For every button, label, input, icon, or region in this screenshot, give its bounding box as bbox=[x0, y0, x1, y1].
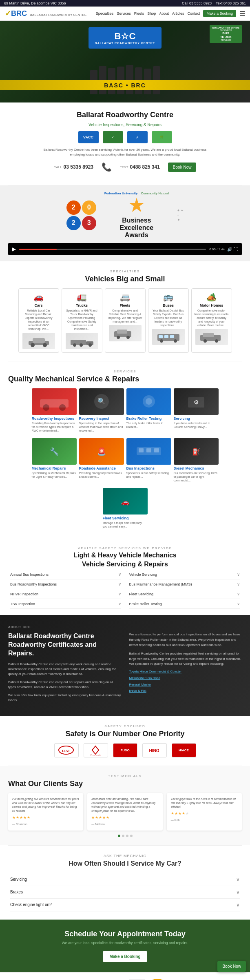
federation-text: Federation University bbox=[104, 192, 138, 195]
service-item-nhvr[interactable]: NHVR Inspection ∨ bbox=[10, 589, 121, 599]
service-item-annual-bus[interactable]: Annual Bus Inspections ∨ bbox=[10, 570, 121, 579]
safety-title: Safety is Our Number One Priority bbox=[8, 730, 242, 738]
dot-4[interactable] bbox=[130, 835, 133, 837]
brand-logos-row: FIAT Renault FUSO HINO HIACE bbox=[8, 743, 242, 757]
book-now-button[interactable]: Book Now bbox=[168, 163, 197, 172]
svg-point-8 bbox=[80, 343, 83, 347]
svg-rect-5 bbox=[71, 340, 86, 345]
community-text: Community Natural bbox=[141, 192, 169, 195]
nav-about[interactable]: About bbox=[159, 11, 169, 16]
floating-book-button[interactable]: Book Now bbox=[217, 961, 246, 972]
svg-text:FIAT: FIAT bbox=[62, 749, 70, 753]
play-button[interactable]: ▶ bbox=[12, 246, 16, 252]
hero-sign: ROADWORTHY OPTUS BUSINESS BUS TRUCK TRAI… bbox=[210, 25, 242, 43]
servicing-desc: If you have vehicles based in Ballarat S… bbox=[174, 421, 219, 429]
servicing-name: Servicing bbox=[174, 416, 219, 421]
bus-desc: Your Ballarat District Bus Safety Expert… bbox=[151, 309, 186, 327]
svg-rect-36 bbox=[139, 448, 144, 452]
year-digit-2: 2 bbox=[66, 200, 81, 215]
svg-text:Renault: Renault bbox=[90, 754, 101, 755]
nav-fleets[interactable]: Fleets bbox=[134, 11, 144, 16]
service-item-fleet-serv[interactable]: Fleet Servicing ∨ bbox=[129, 589, 240, 599]
volume-icon[interactable]: 🔊 bbox=[227, 247, 232, 252]
faq-question-servicing: Servicing bbox=[10, 877, 27, 882]
year-digit-0: 0 bbox=[82, 200, 96, 215]
text-number[interactable]: 0488 825 341 bbox=[130, 164, 159, 170]
brand-iveco[interactable]: Iveco & Fiat bbox=[129, 688, 242, 694]
truck-image bbox=[66, 333, 98, 349]
nav-contact[interactable]: Contact bbox=[187, 11, 200, 16]
nav-services[interactable]: Services bbox=[117, 11, 131, 16]
dot-1[interactable] bbox=[118, 835, 120, 837]
schedule-sub: We are your local specialists for roadwo… bbox=[8, 941, 242, 945]
svg-point-9 bbox=[88, 343, 92, 347]
recovery-img: 🔍 bbox=[79, 388, 124, 415]
hero-logo: B☆C bbox=[95, 31, 155, 42]
service-item-bus-rw[interactable]: Bus Roadworthy Inspections ∨ bbox=[10, 579, 121, 589]
svg-point-19 bbox=[174, 339, 177, 343]
service-item-vehicle-serv[interactable]: Vehicle Servicing ∨ bbox=[129, 570, 240, 579]
brand-toyota[interactable]: Toyota Hiace Commercial & Coaster bbox=[129, 669, 242, 675]
faq-item-servicing[interactable]: Servicing ∨ bbox=[10, 873, 240, 886]
svg-rect-15 bbox=[159, 335, 163, 338]
specialties-section: SPECIALTIES Vehicles Big and Small 🚗 Car… bbox=[0, 261, 250, 361]
svg-point-23 bbox=[215, 339, 218, 343]
svg-text:🚨: 🚨 bbox=[97, 447, 106, 456]
dot-2[interactable] bbox=[122, 835, 124, 837]
svg-rect-11 bbox=[117, 330, 127, 334]
service-item-mms[interactable]: Bus Maintenance Management (MMS) ∨ bbox=[129, 579, 240, 589]
nav-logo[interactable]: ✓BRC BALLARAT ROADWORTHY CENTRE bbox=[5, 9, 86, 18]
svg-text:⚙: ⚙ bbox=[193, 399, 199, 405]
schedule-section: Schedule Your Appointment Today We are y… bbox=[0, 920, 250, 972]
nav-booking-button[interactable]: Make a Booking bbox=[203, 10, 236, 17]
hino-logo: HINO bbox=[142, 743, 167, 757]
dark-right: We are licensed to perform annual bus in… bbox=[129, 632, 242, 706]
dot-3[interactable] bbox=[126, 835, 128, 837]
badge4: 🌿 bbox=[152, 131, 172, 143]
nav-specialties[interactable]: Specialties bbox=[96, 11, 114, 16]
svg-point-30 bbox=[146, 398, 152, 405]
roadside-desc: Providing emergency breakdowns and accid… bbox=[79, 471, 124, 479]
brand-mitsubishi[interactable]: Mitsubishi Fuso Rosa bbox=[129, 676, 242, 681]
star: ★ bbox=[175, 811, 178, 815]
car-name: Cars bbox=[21, 303, 56, 307]
about-section: ABOUT BRC Ballarat Roadworthy Centre Roa… bbox=[0, 615, 250, 716]
progress-bar[interactable] bbox=[19, 249, 206, 250]
svg-point-22 bbox=[204, 339, 207, 343]
fuso-logo: FUSO bbox=[113, 743, 137, 757]
vehicle-safety-title1: Light & Heavy Vehicle Mechanics bbox=[10, 552, 240, 559]
nav-articles[interactable]: Articles bbox=[172, 11, 184, 16]
faq-item-brakes[interactable]: Brakes ∨ bbox=[10, 886, 240, 899]
motorhome-desc: Comprehensive motor home servicing is cr… bbox=[194, 309, 229, 327]
service-fleet: 🚗 Fleet Servicing Manage a major fleet c… bbox=[103, 488, 148, 528]
accreditation-row: VACC ✓ A 🌿 bbox=[12, 131, 238, 143]
carousel-dots bbox=[8, 835, 242, 837]
specialties-label: SPECIALTIES bbox=[6, 270, 244, 273]
faq-item-check-engine[interactable]: Check engine light on? ∨ bbox=[10, 899, 240, 911]
vehicle-card-motorhomes: 🏕️ Motor Homes Comprehensive motor home … bbox=[191, 288, 232, 353]
author-1: — Shannon bbox=[12, 823, 27, 826]
service-item-brake-roller[interactable]: Brake Roller Testing ∨ bbox=[129, 599, 240, 609]
dark-left: Ballarat Roadworthy Centre Roadworthy Ce… bbox=[8, 632, 121, 706]
service-item-tsv[interactable]: TSV Inspection ∨ bbox=[10, 599, 121, 609]
service-servicing: ⚙ Servicing If you have vehicles based i… bbox=[174, 388, 219, 432]
diesel-name: Diesel Mechanics bbox=[174, 466, 219, 470]
nav-menu-icon[interactable]: ☰ bbox=[239, 10, 245, 18]
phone-call-item: CALL 03 5335 8923 bbox=[54, 164, 93, 170]
brand-renault[interactable]: Renault Master bbox=[129, 682, 242, 688]
svg-point-3 bbox=[31, 343, 35, 347]
call-number[interactable]: 03 5335 8923 bbox=[64, 164, 93, 170]
service-item-label: Bus Maintenance Management (MMS) bbox=[129, 582, 192, 586]
schedule-booking-button[interactable]: Make a Booking bbox=[103, 951, 147, 962]
star: ★ bbox=[99, 815, 102, 820]
truck-icon: 🚛 bbox=[64, 292, 100, 302]
services-label: SERVICES bbox=[8, 370, 242, 373]
nav-shop[interactable]: Shop bbox=[147, 11, 156, 16]
dark-para3: We also offer tow truck equipment includ… bbox=[8, 693, 121, 703]
hero-logo-subtitle: BALLARAT ROADWORTHY CENTRE bbox=[95, 42, 155, 45]
svg-rect-16 bbox=[164, 335, 168, 338]
brake-desc: The only brake roller tester in Ballarat… bbox=[126, 421, 171, 429]
faq-arrow-icon: ∨ bbox=[236, 902, 240, 908]
fullscreen-icon[interactable]: ⛶ bbox=[234, 247, 238, 252]
specialties-title: Vehicles Big and Small bbox=[6, 275, 244, 283]
